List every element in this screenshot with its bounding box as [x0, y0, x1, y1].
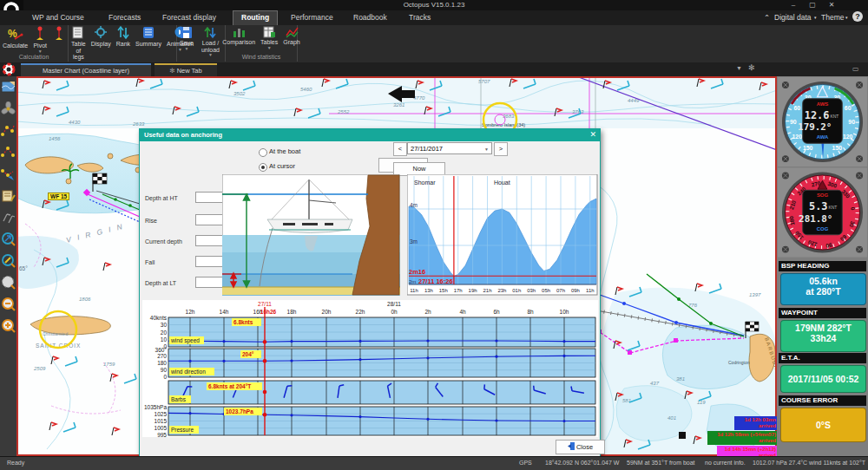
svg-text:5707: 5707: [478, 79, 490, 84]
gear-icon[interactable]: ✻: [748, 63, 755, 72]
anchoring-dialog: Useful data on anchoring ✕ At the boat A…: [139, 128, 601, 459]
chevron-down-icon[interactable]: ▼: [736, 65, 742, 71]
svg-text:8h: 8h: [527, 309, 534, 315]
route-table-icon[interactable]: [1, 123, 16, 138]
date-picker[interactable]: 27/11/2017 ▼: [407, 142, 492, 154]
svg-text:60: 60: [845, 105, 852, 111]
comparison-button[interactable]: Comparison: [220, 25, 258, 53]
digital-data-menu[interactable]: Digital data: [774, 10, 812, 25]
zoom-pan-icon[interactable]: [1, 232, 16, 246]
svg-text:19h: 19h: [469, 288, 477, 293]
route-arrow-icon[interactable]: [1, 166, 16, 181]
chevron-up-icon[interactable]: ⌃: [764, 10, 770, 25]
field-label: Current depth: [145, 238, 182, 245]
date-prev-button[interactable]: <: [393, 142, 407, 156]
svg-text:119: 119: [697, 400, 706, 405]
roadbook-icon[interactable]: [1, 188, 16, 203]
waypoint-wf-label[interactable]: WF 15: [48, 193, 69, 200]
ribbon-group-calculation: % Calculate Pivot ▼ Calculation: [0, 25, 69, 62]
svg-text:2552: 2552: [337, 109, 350, 114]
dropdown-caret: ▾: [814, 10, 817, 25]
svg-text:4430: 4430: [69, 120, 81, 125]
ribbon-group-label: [177, 56, 225, 62]
ribbon-group-save-load: Save ▼ Load / unload ▼: [177, 25, 226, 62]
tab-routing[interactable]: Routing: [233, 10, 278, 26]
svg-text:14h: 14h: [220, 309, 229, 315]
svg-text:1806: 1806: [79, 297, 91, 302]
svg-text:01h: 01h: [512, 288, 521, 293]
svg-text:1005: 1005: [155, 425, 168, 431]
dialog-title: Useful data on anchoring: [140, 129, 600, 141]
tide-ytick: 4m: [410, 202, 418, 208]
svg-text:07h: 07h: [556, 288, 565, 293]
propeller-icon[interactable]: [1, 101, 16, 116]
minimize-button[interactable]: –: [786, 0, 801, 10]
help-icon[interactable]: ?: [852, 11, 863, 22]
svg-text:05h: 05h: [542, 288, 550, 293]
zoom-in-icon[interactable]: [1, 318, 16, 333]
bsp-heading-value: 05.6knat 280°T: [780, 273, 866, 305]
field-label: Fall: [145, 259, 155, 265]
dropdown-caret: ▼: [185, 47, 189, 50]
hull: [267, 219, 352, 233]
list-icon: [141, 26, 155, 40]
date-next-button[interactable]: >: [494, 142, 508, 156]
summary-button[interactable]: Summary: [133, 25, 164, 61]
tab-roadbook[interactable]: Roadbook: [345, 10, 395, 25]
tab-forecasts[interactable]: Forecasts: [101, 10, 148, 25]
svg-text:2509: 2509: [33, 366, 46, 371]
timeseries-graph: 40knts3020100 360°270180900 1035hPa10251…: [142, 300, 598, 437]
svg-text:1015: 1015: [155, 418, 168, 424]
tide-station-right: Houat: [494, 180, 510, 186]
zoom-edit-icon[interactable]: [1, 253, 16, 268]
svg-text:20: 20: [161, 330, 168, 336]
svg-text:270: 270: [157, 353, 167, 359]
status-weather: 1012.07 hPa 27.4°C wind 11knts at 102°T: [753, 460, 865, 466]
dashes-icon[interactable]: ▭: [852, 65, 860, 73]
lifebuoy-icon[interactable]: [2, 62, 16, 76]
window-title: Octopus V15.0.1.23: [0, 1, 868, 9]
rank-button[interactable]: Rank: [114, 25, 133, 61]
pin-icon: [52, 26, 66, 42]
close-button[interactable]: ✕: [824, 0, 839, 10]
display-button[interactable]: Display: [89, 25, 114, 61]
graph-lines-icon: [286, 26, 299, 38]
maximize-button[interactable]: ▢: [805, 0, 820, 10]
svg-text:40knts: 40knts: [150, 315, 168, 321]
tables-button[interactable]: Tables ▼: [258, 25, 280, 53]
radio-at-cursor[interactable]: [259, 163, 267, 172]
theme-menu[interactable]: Theme: [821, 10, 844, 25]
save-button[interactable]: Save ▼: [177, 25, 196, 56]
table-of-legs-button[interactable]: Table of legs: [69, 25, 89, 61]
tab-forecast-display[interactable]: Forecast display: [155, 10, 224, 25]
christiansted-label: Christiansted: [43, 331, 68, 336]
pivot-button[interactable]: Pivot ▼: [30, 25, 49, 53]
svg-text:90: 90: [161, 367, 168, 373]
pivot-alt-button[interactable]: [49, 25, 69, 53]
chart-tool-icon[interactable]: [1, 80, 16, 95]
status-ready: Ready: [7, 460, 24, 466]
calculate-button[interactable]: % Calculate: [0, 25, 30, 53]
radio-at-the-boat[interactable]: [259, 148, 267, 157]
zoom-select-icon[interactable]: [1, 275, 16, 290]
sog-unit: KNT: [828, 206, 837, 210]
svg-text:21h: 21h: [483, 288, 491, 293]
tab-performance[interactable]: Performance: [283, 10, 341, 25]
table-icon: [71, 26, 85, 40]
graph-button[interactable]: Graph: [280, 25, 302, 53]
percent-route-icon: %: [7, 26, 24, 42]
status-current: no current info.: [705, 460, 746, 466]
dialog-close-icon[interactable]: ✕: [589, 130, 596, 139]
tide-min-label: 2m16: [409, 268, 425, 276]
tide-cursor-stamp: 27/11 16:26: [418, 277, 453, 285]
tab-tracks[interactable]: Tracks: [401, 10, 438, 25]
load-unload-arrows-icon: [204, 26, 216, 39]
svg-text:995: 995: [157, 432, 167, 437]
tab-wp-and-course[interactable]: WP and Course: [24, 10, 92, 25]
route-edit-icon[interactable]: [1, 145, 16, 160]
wind-barbs-icon[interactable]: [1, 210, 16, 225]
graph-date-left: 27/11: [258, 301, 272, 307]
zoom-out-icon[interactable]: [1, 297, 16, 311]
dialog-close-button[interactable]: Close: [556, 440, 605, 454]
new-tab-label: New Tab: [177, 67, 202, 75]
